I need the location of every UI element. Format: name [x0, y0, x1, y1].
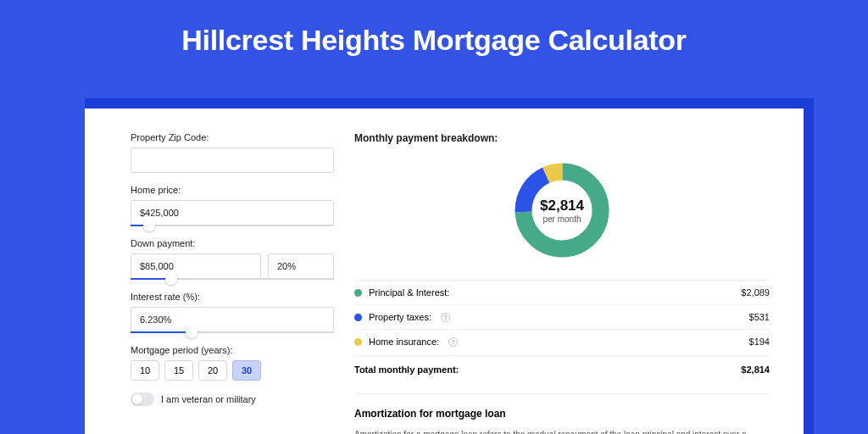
calculator-card: Property Zip Code: Home price: Down paym…: [85, 108, 804, 434]
donut-center: $2,814 per month: [511, 159, 613, 261]
home-price-label: Home price:: [131, 185, 334, 195]
home-price-input[interactable]: [131, 200, 334, 225]
dot-icon: [354, 314, 362, 321]
veteran-label: I am veteran or military: [161, 394, 256, 404]
info-icon[interactable]: ?: [448, 337, 458, 347]
total-row: Total monthly payment: $2,814: [354, 355, 770, 383]
line-item-label: Property taxes:: [369, 312, 431, 322]
zip-input[interactable]: [131, 147, 334, 173]
line-item-insurance: Home insurance: ? $194: [354, 329, 770, 353]
amortization-body: Amortization for a mortgage loan refers …: [354, 428, 770, 434]
dot-icon: [354, 289, 362, 297]
line-item-value: $194: [749, 337, 770, 347]
line-item-label: Home insurance:: [369, 337, 439, 347]
dot-icon: [354, 338, 362, 346]
field-zip: Property Zip Code:: [131, 132, 334, 173]
down-payment-pct-input[interactable]: [268, 253, 334, 279]
field-home-price: Home price:: [131, 185, 334, 226]
period-option-15[interactable]: 15: [164, 360, 193, 381]
amortization-section: Amortization for mortgage loan Amortizat…: [354, 393, 770, 434]
home-price-slider[interactable]: [131, 225, 334, 226]
amortization-title: Amortization for mortgage loan: [354, 408, 770, 420]
period-option-30[interactable]: 30: [232, 360, 261, 381]
field-down-payment: Down payment:: [131, 238, 334, 280]
interest-rate-input[interactable]: [131, 307, 334, 332]
line-item-value: $531: [749, 312, 770, 322]
info-icon[interactable]: ?: [441, 313, 450, 322]
toggle-knob: [132, 394, 142, 404]
veteran-toggle[interactable]: [131, 392, 154, 406]
payment-donut-chart: $2,814 per month: [511, 159, 613, 261]
period-label: Mortgage period (years):: [131, 345, 334, 355]
field-period: Mortgage period (years): 10 15 20 30: [131, 345, 334, 381]
donut-sub: per month: [542, 214, 581, 224]
interest-rate-slider[interactable]: [131, 331, 334, 333]
slider-thumb[interactable]: [143, 220, 155, 231]
down-payment-input[interactable]: [131, 253, 261, 279]
line-item-value: $2,089: [741, 287, 770, 298]
line-item-label: Principal & Interest:: [369, 287, 449, 298]
line-item-principal: Principal & Interest: $2,089: [354, 280, 770, 304]
down-payment-slider[interactable]: [131, 278, 334, 280]
down-payment-label: Down payment:: [131, 238, 334, 248]
total-value: $2,814: [741, 364, 770, 375]
slider-thumb[interactable]: [165, 273, 177, 285]
interest-rate-label: Interest rate (%):: [131, 292, 334, 302]
period-option-10[interactable]: 10: [131, 360, 159, 381]
donut-amount: $2,814: [540, 198, 584, 214]
breakdown-title: Monthly payment breakdown:: [354, 132, 770, 144]
zip-label: Property Zip Code:: [131, 132, 334, 142]
period-option-20[interactable]: 20: [198, 360, 227, 381]
slider-thumb[interactable]: [186, 326, 198, 338]
breakdown-column: Monthly payment breakdown: $2,814 per mo…: [354, 132, 770, 434]
field-interest-rate: Interest rate (%):: [131, 292, 334, 333]
veteran-row: I am veteran or military: [131, 392, 334, 406]
line-item-taxes: Property taxes: ? $531: [354, 304, 770, 329]
donut-wrap: $2,814 per month: [354, 159, 770, 261]
page-title: Hillcrest Heights Mortgage Calculator: [0, 0, 868, 77]
total-label: Total monthly payment:: [354, 364, 459, 375]
form-column: Property Zip Code: Home price: Down paym…: [131, 132, 334, 434]
